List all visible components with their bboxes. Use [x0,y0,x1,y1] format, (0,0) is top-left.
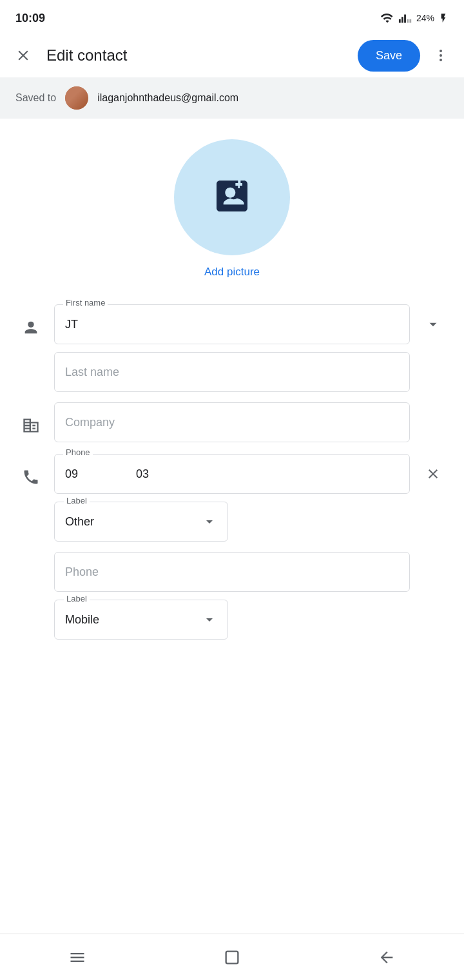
last-name-wrapper [54,352,410,392]
avatar-image [65,86,88,110]
wifi-icon [380,11,394,25]
name-fields: First name [54,304,410,392]
battery-text: 24% [416,13,434,23]
toolbar: Edit contact Save [0,34,464,77]
phone-2-label-dropdown[interactable]: Label Mobile [54,600,228,640]
phone-2-wrapper [54,552,410,592]
phone-row-1: Phone Label Other [15,454,449,542]
svg-point-5 [440,50,442,52]
label-1-text: Label [64,496,90,505]
close-button[interactable] [10,43,36,68]
dropdown-arrow-2-icon [202,612,217,627]
chevron-down-icon [425,316,441,333]
home-icon [223,948,241,966]
label-2-value: Mobile [65,613,202,627]
phone-1-wrapper: Phone [54,454,410,494]
person-icon [22,318,40,337]
saved-to-email: ilaganjohnthadeus@gmail.com [97,92,238,104]
phone-1-label-dropdown[interactable]: Label Other [54,502,228,542]
company-icon [22,416,40,435]
svg-rect-3 [407,19,409,23]
status-bar: 10:09 24% [0,0,464,34]
menu-icon [68,948,86,966]
nav-back-button[interactable] [367,938,406,977]
save-button[interactable]: Save [358,40,420,72]
phone-2-spacer [15,552,46,588]
remove-phone-1-button[interactable] [418,454,449,494]
svg-rect-0 [399,19,401,23]
svg-point-6 [440,54,442,57]
toolbar-left: Edit contact [10,43,127,68]
form-section: First name Phone [0,291,464,663]
signal-icon [398,11,412,25]
charging-icon [438,13,449,23]
add-picture-button[interactable]: Add picture [204,266,260,279]
phone-icon [22,468,40,486]
svg-rect-8 [226,951,238,963]
expand-button[interactable] [418,304,449,344]
svg-point-7 [440,59,442,61]
add-photo-button[interactable] [174,139,290,255]
svg-rect-1 [401,17,403,23]
close-icon [15,47,32,64]
status-icons: 24% [380,11,449,25]
nav-home-button[interactable] [213,938,251,977]
back-icon [378,948,396,966]
avatar [65,86,88,110]
phone-2-end-spacer [418,552,449,588]
add-photo-icon [211,175,253,219]
saved-to-banner: Saved to ilaganjohnthadeus@gmail.com [0,77,464,119]
first-name-input[interactable] [54,304,410,344]
phone-fields-1: Phone Label Other [54,454,410,542]
first-name-row: First name [15,304,449,392]
last-name-input[interactable] [54,352,410,392]
company-wrapper [54,402,410,442]
company-icon-wrapper [15,407,46,444]
photo-section: Add picture [0,119,464,291]
svg-rect-2 [404,15,406,23]
svg-rect-4 [409,19,411,23]
more-icon [433,48,449,63]
more-button[interactable] [428,43,454,68]
label-1-value: Other [65,515,202,529]
company-row [15,402,449,444]
status-time: 10:09 [15,12,45,25]
phone-fields-2: Label Mobile [54,552,410,640]
phone-1-label: Phone [63,447,93,457]
company-input[interactable] [54,402,410,442]
phone-row-2: Label Mobile [15,552,449,640]
label-2-text: Label [64,594,90,603]
nav-menu-button[interactable] [58,938,97,977]
phone-icon-wrapper [15,459,46,495]
bottom-nav [0,934,464,980]
dropdown-arrow-1-icon [202,514,217,529]
phone-1-input[interactable] [54,454,410,494]
person-icon-wrapper [15,309,46,346]
page-title: Edit contact [46,46,127,64]
first-name-wrapper: First name [54,304,410,344]
company-spacer [418,402,449,438]
close-phone-1-icon [425,466,441,482]
phone-2-input[interactable] [54,552,410,592]
saved-to-label: Saved to [15,92,56,104]
first-name-label: First name [63,298,108,308]
